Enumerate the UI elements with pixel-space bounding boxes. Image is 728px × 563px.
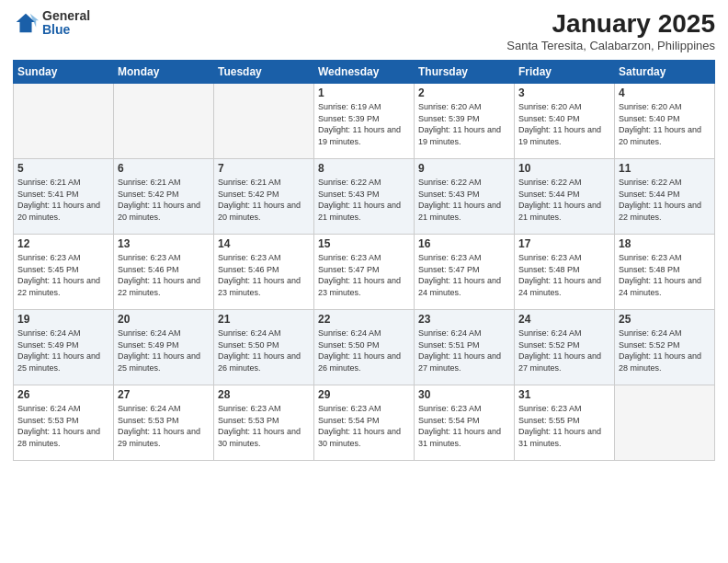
calendar-cell (615, 385, 715, 461)
day-number: 16 (418, 237, 510, 250)
logo: General Blue (13, 9, 90, 38)
calendar-cell (14, 84, 114, 159)
day-info: Sunrise: 6:21 AM Sunset: 5:42 PM Dayligh… (218, 177, 310, 223)
day-header-friday: Friday (515, 61, 615, 84)
day-number: 14 (218, 237, 310, 250)
calendar-cell: 16Sunrise: 6:23 AM Sunset: 5:47 PM Dayli… (415, 235, 515, 310)
calendar-cell: 24Sunrise: 6:24 AM Sunset: 5:52 PM Dayli… (515, 310, 615, 385)
day-info: Sunrise: 6:20 AM Sunset: 5:40 PM Dayligh… (518, 101, 610, 147)
calendar-cell: 10Sunrise: 6:22 AM Sunset: 5:44 PM Dayli… (515, 159, 615, 235)
day-info: Sunrise: 6:23 AM Sunset: 5:46 PM Dayligh… (118, 252, 210, 298)
day-info: Sunrise: 6:22 AM Sunset: 5:43 PM Dayligh… (318, 177, 410, 223)
calendar-cell: 12Sunrise: 6:23 AM Sunset: 5:45 PM Dayli… (14, 235, 114, 310)
day-number: 27 (118, 388, 210, 401)
calendar-cell: 1Sunrise: 6:19 AM Sunset: 5:39 PM Daylig… (314, 84, 415, 159)
day-info: Sunrise: 6:24 AM Sunset: 5:50 PM Dayligh… (218, 327, 310, 373)
calendar-cell: 3Sunrise: 6:20 AM Sunset: 5:40 PM Daylig… (515, 84, 615, 159)
calendar-cell (114, 84, 214, 159)
calendar-cell: 8Sunrise: 6:22 AM Sunset: 5:43 PM Daylig… (314, 159, 415, 235)
day-info: Sunrise: 6:22 AM Sunset: 5:43 PM Dayligh… (418, 177, 510, 223)
day-number: 22 (318, 313, 410, 326)
day-number: 6 (118, 162, 210, 175)
calendar-cell: 6Sunrise: 6:21 AM Sunset: 5:42 PM Daylig… (114, 159, 214, 235)
day-info: Sunrise: 6:23 AM Sunset: 5:48 PM Dayligh… (518, 252, 610, 298)
week-row-3: 12Sunrise: 6:23 AM Sunset: 5:45 PM Dayli… (14, 235, 715, 310)
day-number: 3 (518, 86, 610, 99)
day-info: Sunrise: 6:20 AM Sunset: 5:40 PM Dayligh… (619, 101, 711, 147)
day-number: 13 (118, 237, 210, 250)
day-number: 24 (518, 313, 610, 326)
day-header-sunday: Sunday (14, 61, 114, 84)
logo-icon (13, 10, 39, 36)
day-info: Sunrise: 6:24 AM Sunset: 5:51 PM Dayligh… (418, 327, 510, 373)
day-header-monday: Monday (114, 61, 214, 84)
day-info: Sunrise: 6:22 AM Sunset: 5:44 PM Dayligh… (619, 177, 711, 223)
day-info: Sunrise: 6:24 AM Sunset: 5:53 PM Dayligh… (118, 403, 210, 449)
calendar-cell: 13Sunrise: 6:23 AM Sunset: 5:46 PM Dayli… (114, 235, 214, 310)
day-number: 1 (318, 86, 410, 99)
day-info: Sunrise: 6:19 AM Sunset: 5:39 PM Dayligh… (318, 101, 410, 147)
day-info: Sunrise: 6:23 AM Sunset: 5:47 PM Dayligh… (318, 252, 410, 298)
calendar-title: January 2025 (506, 9, 715, 39)
day-info: Sunrise: 6:24 AM Sunset: 5:53 PM Dayligh… (17, 403, 109, 449)
day-number: 12 (17, 237, 109, 250)
day-number: 18 (619, 237, 711, 250)
calendar-cell: 20Sunrise: 6:24 AM Sunset: 5:49 PM Dayli… (114, 310, 214, 385)
day-info: Sunrise: 6:23 AM Sunset: 5:54 PM Dayligh… (318, 403, 410, 449)
calendar-cell: 28Sunrise: 6:23 AM Sunset: 5:53 PM Dayli… (214, 385, 314, 461)
week-row-1: 1Sunrise: 6:19 AM Sunset: 5:39 PM Daylig… (14, 84, 715, 159)
week-row-4: 19Sunrise: 6:24 AM Sunset: 5:49 PM Dayli… (14, 310, 715, 385)
day-number: 9 (418, 162, 510, 175)
logo-general: General (42, 9, 90, 23)
day-number: 31 (518, 388, 610, 401)
calendar-cell (214, 84, 314, 159)
calendar-cell: 15Sunrise: 6:23 AM Sunset: 5:47 PM Dayli… (314, 235, 415, 310)
logo-blue: Blue (42, 23, 90, 37)
calendar-cell: 14Sunrise: 6:23 AM Sunset: 5:46 PM Dayli… (214, 235, 314, 310)
calendar-cell: 26Sunrise: 6:24 AM Sunset: 5:53 PM Dayli… (14, 385, 114, 461)
day-number: 28 (218, 388, 310, 401)
day-number: 25 (619, 313, 711, 326)
calendar-cell: 27Sunrise: 6:24 AM Sunset: 5:53 PM Dayli… (114, 385, 214, 461)
calendar-cell: 23Sunrise: 6:24 AM Sunset: 5:51 PM Dayli… (415, 310, 515, 385)
logo-text: General Blue (42, 9, 90, 38)
calendar-subtitle: Santa Teresita, Calabarzon, Philippines (506, 39, 715, 52)
day-number: 15 (318, 237, 410, 250)
day-info: Sunrise: 6:24 AM Sunset: 5:52 PM Dayligh… (619, 327, 711, 373)
day-number: 23 (418, 313, 510, 326)
calendar-cell: 7Sunrise: 6:21 AM Sunset: 5:42 PM Daylig… (214, 159, 314, 235)
day-number: 26 (17, 388, 109, 401)
day-info: Sunrise: 6:23 AM Sunset: 5:46 PM Dayligh… (218, 252, 310, 298)
day-number: 19 (17, 313, 109, 326)
day-info: Sunrise: 6:24 AM Sunset: 5:49 PM Dayligh… (17, 327, 109, 373)
day-info: Sunrise: 6:23 AM Sunset: 5:48 PM Dayligh… (619, 252, 711, 298)
day-info: Sunrise: 6:22 AM Sunset: 5:44 PM Dayligh… (518, 177, 610, 223)
calendar-cell: 18Sunrise: 6:23 AM Sunset: 5:48 PM Dayli… (615, 235, 715, 310)
calendar-cell: 19Sunrise: 6:24 AM Sunset: 5:49 PM Dayli… (14, 310, 114, 385)
day-number: 10 (518, 162, 610, 175)
day-header-saturday: Saturday (615, 61, 715, 84)
title-block: January 2025 Santa Teresita, Calabarzon,… (506, 9, 715, 52)
day-info: Sunrise: 6:23 AM Sunset: 5:45 PM Dayligh… (17, 252, 109, 298)
day-info: Sunrise: 6:20 AM Sunset: 5:39 PM Dayligh… (418, 101, 510, 147)
calendar-cell: 30Sunrise: 6:23 AM Sunset: 5:54 PM Dayli… (415, 385, 515, 461)
week-row-2: 5Sunrise: 6:21 AM Sunset: 5:41 PM Daylig… (14, 159, 715, 235)
day-number: 20 (118, 313, 210, 326)
day-header-thursday: Thursday (415, 61, 515, 84)
calendar-cell: 2Sunrise: 6:20 AM Sunset: 5:39 PM Daylig… (415, 84, 515, 159)
day-info: Sunrise: 6:23 AM Sunset: 5:53 PM Dayligh… (218, 403, 310, 449)
day-number: 17 (518, 237, 610, 250)
calendar-cell: 25Sunrise: 6:24 AM Sunset: 5:52 PM Dayli… (615, 310, 715, 385)
week-row-5: 26Sunrise: 6:24 AM Sunset: 5:53 PM Dayli… (14, 385, 715, 461)
day-info: Sunrise: 6:23 AM Sunset: 5:47 PM Dayligh… (418, 252, 510, 298)
day-info: Sunrise: 6:24 AM Sunset: 5:52 PM Dayligh… (518, 327, 610, 373)
day-info: Sunrise: 6:23 AM Sunset: 5:55 PM Dayligh… (518, 403, 610, 449)
day-info: Sunrise: 6:21 AM Sunset: 5:41 PM Dayligh… (17, 177, 109, 223)
day-number: 30 (418, 388, 510, 401)
calendar-table: SundayMondayTuesdayWednesdayThursdayFrid… (13, 60, 715, 461)
day-info: Sunrise: 6:24 AM Sunset: 5:50 PM Dayligh… (318, 327, 410, 373)
calendar-cell: 9Sunrise: 6:22 AM Sunset: 5:43 PM Daylig… (415, 159, 515, 235)
day-info: Sunrise: 6:24 AM Sunset: 5:49 PM Dayligh… (118, 327, 210, 373)
day-number: 11 (619, 162, 711, 175)
day-number: 21 (218, 313, 310, 326)
